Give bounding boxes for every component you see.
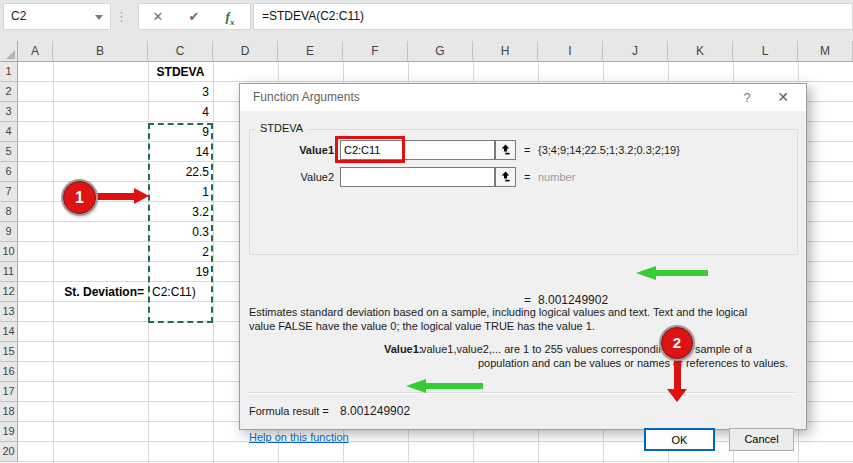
column-header-I[interactable]: I xyxy=(538,41,603,62)
dialog-title: Function Arguments xyxy=(253,84,360,111)
row-header-7[interactable]: 7 xyxy=(0,182,18,202)
column-header-K[interactable]: K xyxy=(668,41,733,62)
dialog-title-bar[interactable]: Function Arguments ? ✕ xyxy=(240,84,806,111)
formula-text: =STDEVA(C2:C11) xyxy=(262,4,364,29)
row-header-1[interactable]: 1 xyxy=(0,62,18,82)
value1-collapse-dialog-icon[interactable] xyxy=(495,140,516,160)
value1-highlight-box xyxy=(335,136,405,163)
formula-result-line: Formula result = 8.001249902 xyxy=(240,403,806,419)
selected-range-marquee xyxy=(148,123,213,323)
insert-function-icon[interactable]: fx xyxy=(217,4,243,29)
row-header-12[interactable]: 12 xyxy=(0,282,18,302)
step2-arrow-head xyxy=(667,389,687,402)
dialog-help-icon[interactable]: ? xyxy=(732,84,762,111)
function-group-label: STDEVA xyxy=(256,122,307,134)
column-header-E[interactable]: E xyxy=(278,41,343,62)
green-arrow-formula-result xyxy=(406,379,483,393)
row-header-14[interactable]: 14 xyxy=(0,322,18,342)
row-header-19[interactable]: 19 xyxy=(0,422,18,442)
description-line-1: Estimates standard deviation based on a … xyxy=(249,305,797,319)
row-header-13[interactable]: 13 xyxy=(0,302,18,322)
cell-C3[interactable]: 4 xyxy=(148,102,213,122)
value2-row: Value2 = number xyxy=(240,167,806,188)
value1-label: Value1 xyxy=(240,140,334,160)
column-header-B[interactable]: B xyxy=(53,41,148,62)
value2-label: Value2 xyxy=(240,167,334,187)
argument-help-line-2: population and can be values or names or… xyxy=(421,356,799,370)
row-header-11[interactable]: 11 xyxy=(0,262,18,282)
step1-arrow-shaft xyxy=(96,193,134,200)
argument-help-label: Value1: xyxy=(384,342,423,356)
dialog-separator xyxy=(248,392,798,394)
select-all-corner[interactable] xyxy=(0,41,18,62)
formula-bar-drag-handle[interactable]: ⋮ xyxy=(115,4,126,29)
column-header-J[interactable]: J xyxy=(603,41,668,62)
name-box-value: C2 xyxy=(11,4,26,29)
column-header-A[interactable]: A xyxy=(18,41,53,62)
row-header-17[interactable]: 17 xyxy=(0,382,18,402)
row-header-2[interactable]: 2 xyxy=(0,82,18,102)
value1-equals: = xyxy=(524,140,530,160)
value2-collapse-dialog-icon[interactable] xyxy=(495,167,516,187)
value2-input[interactable] xyxy=(340,167,495,187)
argument-help-line-1: value1,value2,... are 1 to 255 values co… xyxy=(421,342,799,356)
value1-row: Value1 = {3;4;9;14;22.5;1;3.2;0.3;2;19} xyxy=(240,140,806,161)
name-box-dropdown-icon[interactable] xyxy=(95,15,103,20)
function-description: Estimates standard deviation based on a … xyxy=(249,305,797,333)
step2-arrow-shaft xyxy=(674,357,681,389)
cancel-button[interactable]: Cancel xyxy=(729,428,794,451)
step1-badge: 1 xyxy=(63,181,96,214)
dialog-close-icon[interactable]: ✕ xyxy=(768,84,798,111)
value2-result: number xyxy=(538,167,575,187)
formula-bar: C2 ⋮ ✕ ✔ fx =STDEVA(C2:C11) xyxy=(0,0,853,41)
row-header-20[interactable]: 20 xyxy=(0,442,18,462)
column-header-G[interactable]: G xyxy=(408,41,473,62)
column-header-H[interactable]: H xyxy=(473,41,538,62)
cancel-entry-icon[interactable]: ✕ xyxy=(145,4,171,29)
row-header-18[interactable]: 18 xyxy=(0,402,18,422)
cell-C1[interactable]: STDEVA xyxy=(148,62,213,82)
help-on-function-link[interactable]: Help on this function xyxy=(249,431,349,443)
dialog-body: STDEVA Value1 = {3;4;9;14;22.5;1;3.2;0.3… xyxy=(240,111,806,429)
enter-entry-icon[interactable]: ✔ xyxy=(181,4,207,29)
row-header-15[interactable]: 15 xyxy=(0,342,18,362)
green-arrow-result xyxy=(636,266,708,280)
column-header-F[interactable]: F xyxy=(343,41,408,62)
formula-input[interactable]: =STDEVA(C2:C11) xyxy=(253,3,853,30)
value1-result: {3;4;9;14;22.5;1;3.2;0.3;2;19} xyxy=(538,140,680,160)
value2-equals: = xyxy=(524,167,530,187)
row-header-6[interactable]: 6 xyxy=(0,162,18,182)
row-header-3[interactable]: 3 xyxy=(0,102,18,122)
column-header-M[interactable]: M xyxy=(798,41,853,62)
row-header-9[interactable]: 9 xyxy=(0,222,18,242)
description-line-2: value FALSE have the value 0; the logica… xyxy=(249,319,797,333)
step2-badge: 2 xyxy=(661,327,693,359)
ok-button[interactable]: OK xyxy=(644,428,715,451)
row-header-4[interactable]: 4 xyxy=(0,122,18,142)
function-arguments-dialog: Function Arguments ? ✕ STDEVA Value1 = {… xyxy=(239,83,807,430)
formula-result-label: Formula result = xyxy=(249,403,329,419)
step1-arrow-head xyxy=(134,188,149,204)
cell-B12[interactable]: St. Deviation= xyxy=(53,282,148,302)
column-header-D[interactable]: D xyxy=(213,41,278,62)
row-header-10[interactable]: 10 xyxy=(0,242,18,262)
row-header-8[interactable]: 8 xyxy=(0,202,18,222)
cell-C2[interactable]: 3 xyxy=(148,82,213,102)
formula-bar-buttons: ✕ ✔ fx xyxy=(138,3,251,30)
name-box[interactable]: C2 xyxy=(3,3,111,30)
column-header-L[interactable]: L xyxy=(733,41,798,62)
row-header-5[interactable]: 5 xyxy=(0,142,18,162)
row-header-16[interactable]: 16 xyxy=(0,362,18,382)
column-header-C[interactable]: C xyxy=(148,41,213,62)
formula-result-value: 8.001249902 xyxy=(340,403,410,419)
